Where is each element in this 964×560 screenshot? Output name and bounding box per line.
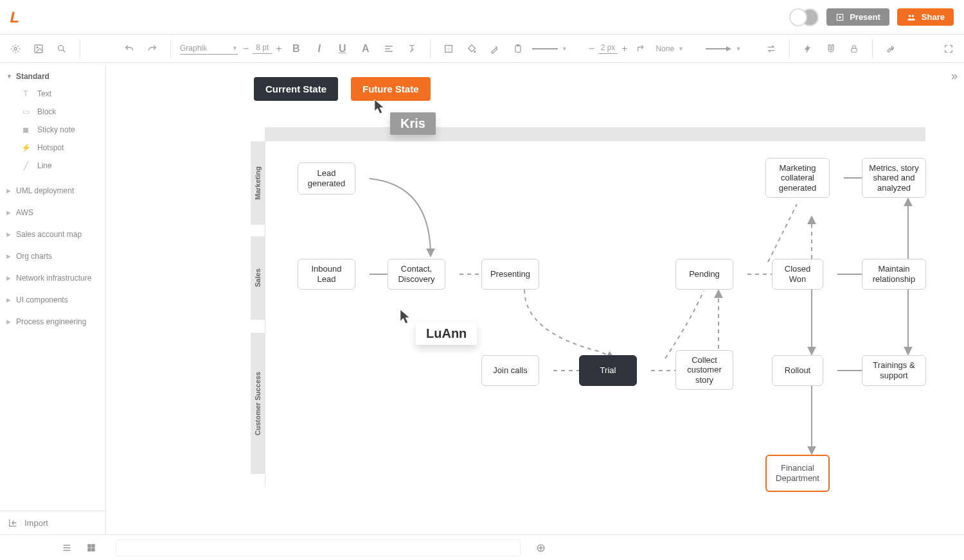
font-family-select[interactable]: Graphik ▼	[180, 42, 238, 55]
diagram-node-join[interactable]: Join calls	[481, 355, 539, 386]
shape-item[interactable]: ⚡Hotspot	[6, 139, 99, 157]
avatar[interactable]	[789, 8, 807, 26]
undo-icon[interactable]	[120, 40, 138, 58]
diagram-node-closed[interactable]: Closed Won	[772, 259, 823, 290]
endpoint-right-select[interactable]: ▼	[706, 46, 757, 52]
border-icon[interactable]	[440, 40, 458, 58]
svg-rect-28	[92, 548, 95, 551]
diagram-node-trial[interactable]: Trial	[579, 355, 637, 386]
app-header: L Present Share	[0, 0, 964, 35]
svg-point-4	[37, 46, 39, 48]
plus-icon[interactable]: +	[276, 43, 281, 55]
clear-format-icon[interactable]	[403, 40, 421, 58]
magnet-icon[interactable]	[822, 40, 840, 58]
bold-icon[interactable]: B	[287, 40, 305, 58]
grid-view-icon[interactable]	[82, 539, 100, 557]
line-style-select[interactable]: ▼	[532, 46, 584, 52]
diagram-node-pending[interactable]: Pending	[675, 259, 733, 290]
shape-glyph-icon: ╱	[21, 161, 31, 171]
present-button[interactable]: Present	[826, 8, 889, 26]
swimlane-diagram[interactable]: MarketingSalesCustomer Success	[251, 127, 925, 487]
category-label: Process engineering	[16, 317, 86, 326]
category-item[interactable]: ▶AWS	[6, 202, 99, 223]
color-picker-icon[interactable]	[486, 40, 504, 58]
diagram-node-collect[interactable]: Collect customer story	[675, 350, 733, 390]
shape-item[interactable]: TText	[6, 85, 99, 103]
category-item[interactable]: ▶UML deployment	[6, 180, 99, 202]
page-tabs[interactable]	[116, 539, 521, 556]
svg-rect-27	[88, 548, 91, 551]
shape-item[interactable]: ◼Sticky note	[6, 121, 99, 139]
category-label: Org charts	[16, 252, 52, 261]
presence-avatars[interactable]	[789, 8, 819, 26]
svg-rect-3	[35, 45, 42, 53]
align-icon[interactable]	[380, 40, 398, 58]
gear-icon[interactable]	[6, 40, 24, 58]
shape-item[interactable]: ╱Line	[6, 157, 99, 175]
category-label: Network infrastructure	[16, 274, 91, 283]
diagram-node-metrics[interactable]: Metrics, story shared and analyzed	[862, 158, 926, 198]
svg-rect-26	[92, 544, 95, 547]
canvas[interactable]: » Current StateFuture State MarketingSal…	[106, 63, 964, 534]
text-color-icon[interactable]: A	[357, 40, 375, 58]
fullscreen-icon[interactable]	[940, 40, 958, 58]
add-page-icon[interactable]: ⊕	[536, 541, 546, 555]
state-tab[interactable]: Future State	[351, 77, 431, 101]
fill-icon[interactable]	[463, 40, 481, 58]
plus-icon[interactable]: +	[621, 43, 627, 55]
diagram-node-rollout[interactable]: Rollout	[772, 355, 823, 386]
category-item[interactable]: ▶Process engineering	[6, 311, 99, 333]
redo-icon[interactable]	[143, 40, 161, 58]
category-item[interactable]: ▶UI components	[6, 289, 99, 311]
diagram-node-lead[interactable]: Lead generated	[298, 162, 355, 195]
triangle-right-icon: ▶	[6, 231, 11, 238]
diagram-node-inbound[interactable]: Inbound Lead	[298, 259, 355, 290]
font-size-value[interactable]: 8 pt	[253, 43, 272, 54]
minus-icon[interactable]: −	[589, 43, 594, 55]
import-button[interactable]: Import	[0, 511, 105, 534]
section-label: Standard	[16, 72, 49, 81]
lock-icon[interactable]	[845, 40, 863, 58]
triangle-right-icon: ▶	[6, 188, 11, 194]
diagram-node-mktg[interactable]: Marketing collateral generated	[765, 158, 830, 198]
minus-icon[interactable]: −	[243, 43, 249, 55]
connector-type-icon[interactable]	[632, 40, 650, 58]
diagram-node-presenting[interactable]: Presenting	[481, 259, 539, 290]
state-tab[interactable]: Current State	[254, 77, 338, 101]
paste-style-icon[interactable]	[509, 40, 527, 58]
stroke-width-value[interactable]: 2 px	[598, 43, 618, 54]
svg-rect-25	[88, 544, 91, 547]
shape-glyph-icon: T	[21, 89, 31, 99]
import-label: Import	[24, 518, 48, 528]
swap-endpoints-icon[interactable]	[762, 40, 780, 58]
stroke-width-stepper[interactable]: − 2 px +	[589, 43, 628, 55]
underline-icon[interactable]: U	[334, 40, 352, 58]
svg-point-0	[909, 14, 911, 17]
svg-point-1	[911, 14, 914, 17]
svg-point-7	[474, 51, 476, 53]
diagram-node-maintain[interactable]: Maintain relationship	[862, 259, 926, 290]
diagram-node-contact[interactable]: Contact, Discovery	[388, 259, 445, 290]
swimlane-label: Sales	[251, 236, 265, 320]
italic-icon[interactable]: I	[310, 40, 328, 58]
svg-point-2	[14, 48, 17, 50]
category-item[interactable]: ▶Org charts	[6, 245, 99, 267]
image-icon[interactable]	[30, 40, 48, 58]
font-size-stepper[interactable]: − 8 pt +	[243, 43, 282, 55]
shape-label: Line	[37, 161, 52, 170]
category-item[interactable]: ▶Sales account map	[6, 223, 99, 245]
endpoint-left-select[interactable]: None ▼	[656, 44, 701, 53]
wrench-icon[interactable]	[882, 40, 900, 58]
search-icon[interactable]	[53, 40, 71, 58]
shape-item[interactable]: ▭Block	[6, 103, 99, 121]
list-view-icon[interactable]	[58, 539, 76, 557]
section-standard[interactable]: ▼ Standard	[6, 68, 99, 85]
share-button[interactable]: Share	[897, 8, 954, 26]
import-icon	[8, 518, 18, 528]
category-item[interactable]: ▶Network infrastructure	[6, 267, 99, 289]
people-icon	[906, 13, 916, 22]
diagram-node-financial[interactable]: Financial Department	[765, 455, 830, 492]
diagram-node-training[interactable]: Trainings & support	[862, 355, 926, 386]
lightning-icon[interactable]	[799, 40, 817, 58]
svg-rect-9	[517, 44, 519, 46]
